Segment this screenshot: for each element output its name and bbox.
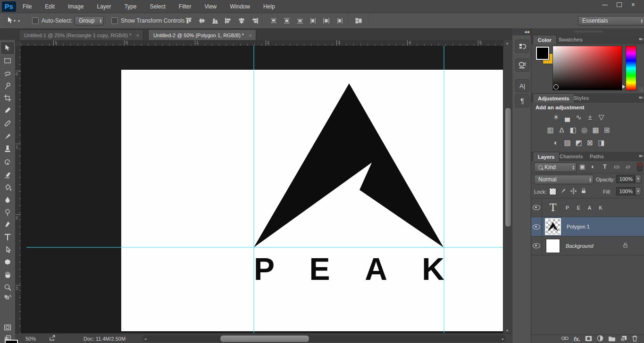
filter-adjustment-layers-icon[interactable]: ◐ [591,163,595,170]
lock-position-icon[interactable] [570,188,577,196]
distribute-hcenter-icon[interactable] [321,16,332,25]
filter-smart-objects-icon[interactable]: ▱ [626,163,630,170]
lock-pixels-icon[interactable] [560,188,567,196]
tab-adjustments[interactable]: Adjustments [533,93,575,103]
visibility-toggle[interactable] [531,237,542,255]
dodge-tool[interactable] [1,207,14,218]
export-icon[interactable] [49,335,56,342]
gradient-map-icon[interactable]: ⊠ [585,138,595,147]
panel-menu-icon[interactable]: ▾≡ [639,95,643,100]
add-mask-icon[interactable] [585,335,592,343]
zoom-level[interactable]: 50% [25,336,36,342]
lasso-tool[interactable] [1,68,14,79]
delete-layer-icon[interactable] [632,335,638,343]
align-vcenter-icon[interactable] [196,16,208,25]
filter-toggle[interactable] [637,163,643,172]
quick-mask-icon[interactable] [1,322,14,333]
opacity-value[interactable]: 100% [616,175,635,183]
hue-slider-marker[interactable] [622,85,625,89]
layer-style-fx-icon[interactable]: fx. [574,336,580,343]
doc-size-info[interactable]: Doc: 11.4M/2.50M [84,336,125,342]
tab-paths[interactable]: Paths [585,152,609,161]
visibility-toggle[interactable] [531,217,542,236]
lock-transparency-icon[interactable] [549,188,556,195]
hue-saturation-icon[interactable]: ▥ [545,125,555,134]
layer-row-background[interactable]: Background [531,237,644,255]
vertical-scroll-thumb[interactable] [505,107,511,227]
distribute-right-icon[interactable] [334,16,345,25]
align-hcenter-icon[interactable] [236,16,247,25]
color-foreground-swatch[interactable] [536,47,549,60]
filter-type-layers-icon[interactable]: T [603,163,607,170]
document-tab-untitled1[interactable]: Untitled-1 @ 25% (Rectangle 1 copy, RGB/… [19,29,143,41]
hand-tool[interactable] [1,269,14,280]
vertical-scrollbar[interactable]: ▴ ▾ [503,40,512,333]
filter-shape-layers-icon[interactable]: ▭ [614,163,619,170]
scroll-left-icon[interactable]: ◂ [144,337,146,341]
channel-mixer-icon[interactable]: ▦ [591,125,601,134]
levels-icon[interactable]: ▄ [562,113,572,122]
auto-select-option[interactable]: Auto-Select: [32,13,72,28]
marquee-tool[interactable] [1,55,14,66]
clone-stamp-tool[interactable] [1,144,14,155]
align-right-icon[interactable] [249,16,260,25]
eraser-tool[interactable] [1,169,14,180]
new-adjustment-icon[interactable] [597,335,603,343]
path-selection-tool[interactable] [1,244,14,255]
auto-select-checkbox[interactable] [32,17,39,24]
shape-tool[interactable] [1,256,14,268]
menu-help[interactable]: Help [257,3,282,10]
tab-channels[interactable]: Channels [555,152,588,161]
distribute-top-icon[interactable] [268,16,279,25]
menu-window[interactable]: Window [223,3,257,10]
black-white-icon[interactable]: ◧ [568,125,578,134]
posterize-icon[interactable]: ▨ [562,138,572,147]
paragraph-panel-icon[interactable]: ¶ [515,94,529,107]
exposure-icon[interactable]: ± [585,113,595,122]
move-tool[interactable] [1,42,14,54]
canvas-area[interactable]: P E A K [21,46,503,333]
align-top-icon[interactable] [183,16,194,25]
lock-all-icon[interactable] [580,188,587,196]
color-picker-cursor[interactable] [553,84,559,90]
scroll-down-icon[interactable]: ▾ [506,328,508,333]
show-transform-option[interactable]: Show Transform Controls [111,13,184,28]
layer-row-polygon1[interactable]: Polygon 1 [531,217,644,237]
workspace-switcher[interactable]: Essentials ▴▾ [578,13,644,28]
distribute-vcenter-icon[interactable] [281,16,293,25]
distribute-left-icon[interactable] [308,16,319,25]
layer-name[interactable]: P E A K [566,205,605,211]
color-balance-icon[interactable]: Δ [557,125,567,134]
brightness-contrast-icon[interactable]: ☀ [551,113,561,122]
photo-filter-icon[interactable]: ◎ [579,125,589,134]
color-saturation-field[interactable] [552,46,622,90]
visibility-toggle[interactable] [531,198,542,217]
threshold-icon[interactable]: ◩ [574,138,584,147]
menu-edit[interactable]: Edit [38,3,61,10]
text-layer-thumbnail[interactable]: T [546,201,560,215]
scroll-up-icon[interactable]: ▴ [506,41,508,45]
menu-layer[interactable]: Layer [90,3,117,10]
menu-select[interactable]: Select [143,3,172,10]
swap-colors-icon[interactable] [1,294,14,301]
healing-brush-tool[interactable] [1,118,14,129]
layer-row-peak[interactable]: T P E A K [531,198,644,217]
restore-button[interactable] [612,0,626,9]
selective-color-icon[interactable]: ◨ [596,138,606,147]
horizontal-scroll-thumb[interactable] [220,335,309,343]
new-layer-icon[interactable] [620,335,627,343]
align-bottom-icon[interactable] [209,16,221,25]
brush-tool[interactable] [1,131,14,142]
fill-dropdown-arrow[interactable]: ▾ [635,187,641,196]
paint-bucket-tool[interactable] [1,182,14,193]
link-layers-icon[interactable] [561,335,569,343]
distribute-bottom-icon[interactable] [294,16,306,25]
fill-value[interactable]: 100% [616,187,635,196]
panel-menu-icon[interactable]: ▾≡ [639,154,643,158]
pen-tool[interactable] [1,219,14,230]
vibrance-icon[interactable]: ▽ [596,113,606,122]
invert-icon[interactable]: ◐ [551,138,561,147]
tab-swatches[interactable]: Swatches [554,35,587,44]
blend-mode-dropdown[interactable]: Normal ▴▾ [534,175,594,184]
filter-pixel-layers-icon[interactable]: ▣ [579,163,585,170]
